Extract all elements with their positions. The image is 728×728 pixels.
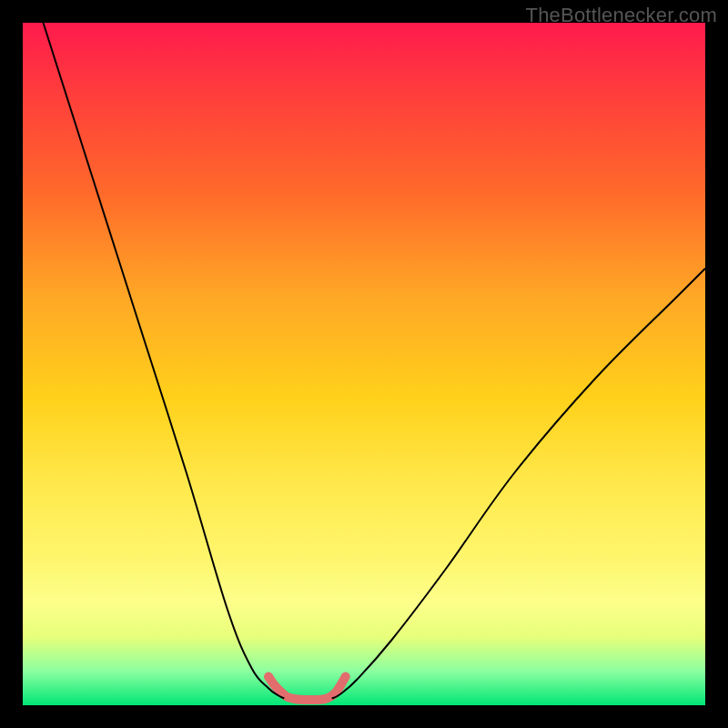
curve-layer [23,23,705,705]
right-curve-path [332,268,705,699]
chart-stage: TheBottlenecker.com [0,0,728,728]
left-curve-path [44,23,285,699]
plot-area [23,23,705,705]
